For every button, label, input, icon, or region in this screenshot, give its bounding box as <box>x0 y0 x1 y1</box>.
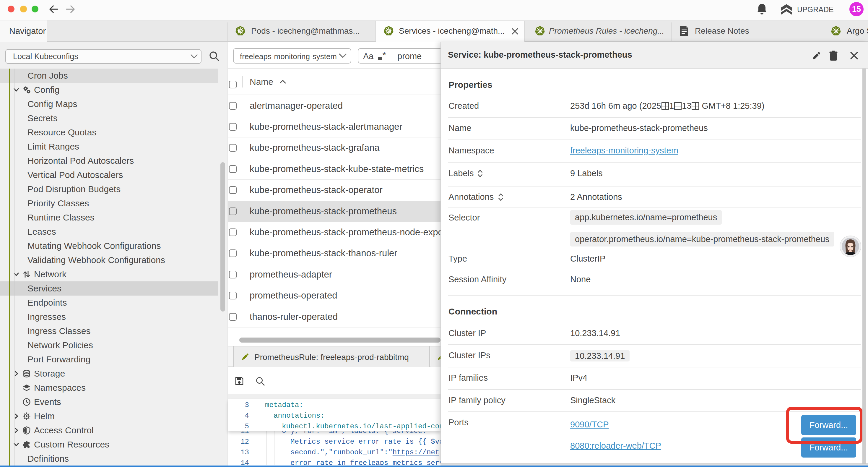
svg-text:*: * <box>382 52 386 61</box>
